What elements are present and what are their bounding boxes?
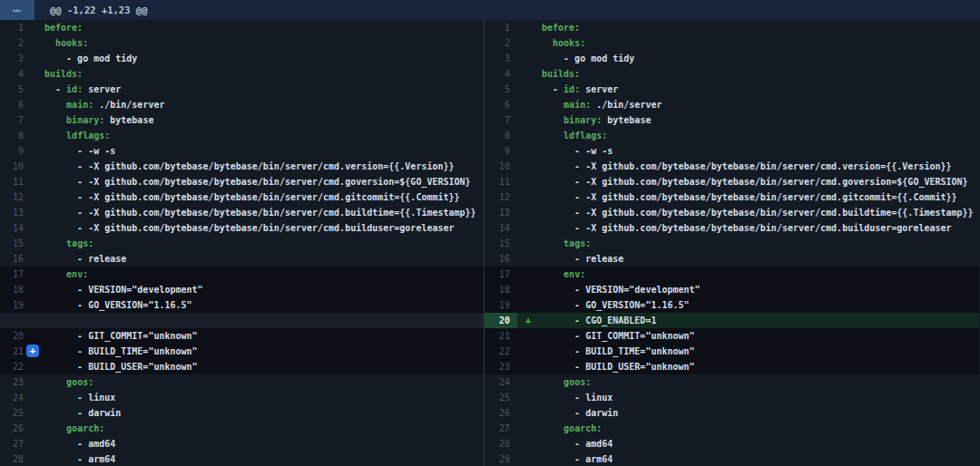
- code-line: - -X github.com/bytebase/bytebase/bin/se…: [542, 189, 979, 205]
- line-number[interactable]: 13: [0, 205, 33, 220]
- code-line: hooks:: [44, 35, 484, 51]
- line-number[interactable]: 1: [485, 20, 517, 35]
- line-number[interactable]: 12: [0, 189, 33, 205]
- line-number[interactable]: 12: [485, 189, 517, 205]
- line-number[interactable]: 6: [0, 97, 33, 112]
- line-number[interactable]: 7: [485, 112, 517, 128]
- code-line: - darwin: [44, 405, 484, 421]
- line-number[interactable]: 3: [485, 51, 517, 66]
- diff-row: 21 - GIT_COMMIT="unknown": [485, 328, 979, 344]
- diff-row: 25 - linux: [485, 390, 979, 405]
- code-line: ldflags:: [44, 128, 484, 143]
- line-number[interactable]: 13: [485, 205, 517, 220]
- line-number[interactable]: 27: [0, 436, 33, 451]
- line-number[interactable]: 16: [485, 251, 517, 267]
- line-marker: [33, 267, 44, 282]
- expand-diff-button[interactable]: ⋯: [0, 0, 34, 20]
- line-number[interactable]: 2: [0, 35, 33, 51]
- line-marker: [33, 297, 44, 313]
- line-number[interactable]: 21: [485, 328, 517, 344]
- line-marker: [33, 51, 44, 66]
- line-number[interactable]: 26: [485, 405, 517, 421]
- line-marker: [517, 344, 542, 359]
- line-number[interactable]: 11: [485, 174, 517, 189]
- line-number[interactable]: 18: [0, 282, 33, 297]
- line-number[interactable]: 25: [485, 390, 517, 405]
- line-number[interactable]: 15: [0, 236, 33, 251]
- diff-row: 6 main: ./bin/server: [485, 97, 979, 112]
- line-number[interactable]: 11: [0, 174, 33, 189]
- diff-row: 24 goos:: [485, 374, 979, 390]
- line-number[interactable]: 9: [485, 143, 517, 159]
- line-number[interactable]: 4: [0, 66, 33, 82]
- line-number[interactable]: 6: [485, 97, 517, 112]
- code-line: - -X github.com/bytebase/bytebase/bin/se…: [542, 205, 979, 220]
- line-number[interactable]: 28: [485, 436, 517, 451]
- code-line: - -X github.com/bytebase/bytebase/bin/se…: [542, 174, 979, 189]
- diff-row: 18 - VERSION="development": [485, 282, 979, 297]
- line-number[interactable]: 10: [0, 159, 33, 174]
- line-marker: [33, 282, 44, 297]
- code-line: - id: server: [44, 82, 484, 97]
- code-line: - -X github.com/bytebase/bytebase/bin/se…: [44, 174, 484, 189]
- diff-row: 13 - -X github.com/bytebase/bytebase/bin…: [0, 205, 484, 220]
- diff-row: 24 - linux: [0, 390, 484, 405]
- line-number[interactable]: [0, 313, 33, 328]
- line-number[interactable]: 10: [485, 159, 517, 174]
- line-marker: [517, 66, 542, 82]
- line-number[interactable]: 29: [485, 451, 517, 466]
- line-marker: [33, 174, 44, 189]
- line-marker: [33, 20, 44, 35]
- line-number[interactable]: 27: [485, 421, 517, 436]
- line-number[interactable]: 24: [485, 374, 517, 390]
- line-number[interactable]: 24: [0, 390, 33, 405]
- line-number[interactable]: 17: [485, 267, 517, 282]
- code-line: - -X github.com/bytebase/bytebase/bin/se…: [44, 189, 484, 205]
- code-line: builds:: [542, 66, 979, 82]
- line-number[interactable]: 5: [485, 82, 517, 97]
- line-number[interactable]: 26: [0, 421, 33, 436]
- line-marker: [33, 97, 44, 112]
- line-number[interactable]: 14: [0, 220, 33, 236]
- line-number[interactable]: 22: [485, 344, 517, 359]
- add-comment-button[interactable]: +: [26, 345, 39, 357]
- diff-row: 25 - darwin: [0, 405, 484, 421]
- line-number[interactable]: 8: [485, 128, 517, 143]
- line-number[interactable]: 22: [0, 359, 33, 374]
- line-number[interactable]: 28: [0, 451, 33, 466]
- diff-row: 8 ldflags:: [0, 128, 484, 143]
- line-marker: [517, 143, 542, 159]
- line-number[interactable]: 18: [485, 282, 517, 297]
- line-number[interactable]: 23: [0, 374, 33, 390]
- line-number[interactable]: 9: [0, 143, 33, 159]
- line-number[interactable]: 23: [485, 359, 517, 374]
- line-marker: [33, 405, 44, 421]
- line-marker: [33, 205, 44, 220]
- diff-row-placeholder: [0, 313, 484, 328]
- line-number[interactable]: 19: [0, 297, 33, 313]
- line-marker: [517, 174, 542, 189]
- line-number[interactable]: 2: [485, 35, 517, 51]
- line-number[interactable]: 14: [485, 220, 517, 236]
- code-line: - release: [542, 251, 979, 267]
- line-marker: [517, 359, 542, 374]
- line-number[interactable]: 25: [0, 405, 33, 421]
- line-number[interactable]: 4: [485, 66, 517, 82]
- line-number[interactable]: 1: [0, 20, 33, 35]
- line-number[interactable]: 8: [0, 128, 33, 143]
- code-line: - -X github.com/bytebase/bytebase/bin/se…: [44, 159, 484, 174]
- line-number[interactable]: 20: [485, 313, 517, 328]
- diff-row: 9 - -w -s: [485, 143, 979, 159]
- line-number[interactable]: 16: [0, 251, 33, 267]
- line-number[interactable]: 19: [485, 297, 517, 313]
- line-marker: [33, 374, 44, 390]
- line-number[interactable]: 15: [485, 236, 517, 251]
- line-number[interactable]: 5: [0, 82, 33, 97]
- line-number[interactable]: 3: [0, 51, 33, 66]
- line-number[interactable]: 17: [0, 267, 33, 282]
- diff-row: 9 - -w -s: [0, 143, 484, 159]
- line-marker: [33, 328, 44, 344]
- line-number[interactable]: 7: [0, 112, 33, 128]
- line-number[interactable]: 20: [0, 328, 33, 344]
- line-marker: [33, 436, 44, 451]
